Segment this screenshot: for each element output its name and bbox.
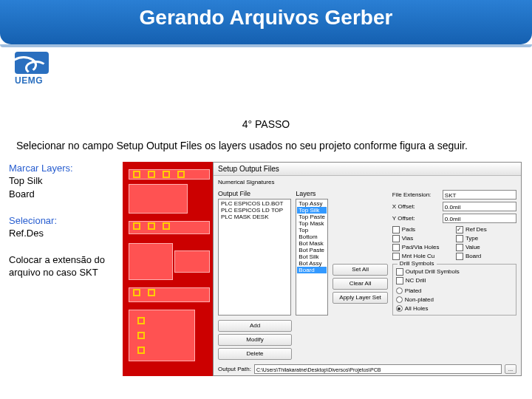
dialog-subtitle: Numerical Signatures xyxy=(214,176,521,185)
uemg-logo-icon xyxy=(15,52,49,74)
checkbox-pads[interactable]: Pads xyxy=(392,225,453,234)
slide-title: Gerando Arquivos Gerber xyxy=(0,0,532,35)
checkbox-value[interactable]: Value xyxy=(456,243,516,252)
uemg-logo-text: UEMG xyxy=(15,75,61,86)
output-file-listbox[interactable]: PLC ESPICOS LD.BOTPLC ESPICOS LD TOPPLC … xyxy=(218,199,291,316)
checkbox-board[interactable]: Board xyxy=(456,252,516,261)
layer-item[interactable]: Board xyxy=(297,267,327,273)
uemg-logo: UEMG xyxy=(15,52,61,86)
dialog-title: Setup Output Files xyxy=(214,163,521,176)
layer-item[interactable]: Bottom xyxy=(297,233,327,240)
output-path-input[interactable]: C:\Users\Thilakaratne\Desktop\Diversos\P… xyxy=(254,364,502,374)
layer-item[interactable]: Bot Silk xyxy=(297,253,327,260)
marcar-item: Board xyxy=(9,188,123,201)
embedded-screenshot: Setup Output Files Numerical Signatures … xyxy=(123,162,522,376)
checkbox-pad-via-holes[interactable]: Pad/Via Holes xyxy=(392,243,453,252)
step-description: Selecionar no campo Setup Output Files o… xyxy=(16,139,516,153)
apply-layer-set-button[interactable]: Apply Layer Set xyxy=(332,292,388,304)
layers-listbox[interactable]: Top AssyTop SilkTop PasteTop MaskTopBott… xyxy=(296,199,328,316)
checkbox-vias[interactable]: Vias xyxy=(392,234,453,243)
x-offset-label: X Offset: xyxy=(392,203,440,210)
layer-item[interactable]: Bot Paste xyxy=(297,247,327,253)
layer-item[interactable]: Top Assy xyxy=(297,200,327,207)
setup-output-files-dialog: Setup Output Files Numerical Signatures … xyxy=(213,162,522,376)
file-ext-label: File Extension: xyxy=(392,191,440,198)
checkbox-nc-drill[interactable]: NC Drill xyxy=(396,276,513,285)
radio-non-plated[interactable]: Non-plated xyxy=(396,296,513,304)
checkbox-ref-des[interactable]: ✓Ref Des xyxy=(456,225,516,234)
clear-all-button[interactable]: Clear All xyxy=(332,278,388,290)
layers-label: Layers xyxy=(296,190,328,197)
instructions-sidebar: Marcar Layers: Top Silk Board Selecionar… xyxy=(9,162,123,376)
output-file-item[interactable]: PLC MASK DESK xyxy=(219,214,290,220)
selecionar-item: Ref.Des xyxy=(9,227,123,240)
y-offset-label: Y Offset: xyxy=(392,215,440,222)
browse-button[interactable]: ... xyxy=(505,364,516,374)
slide-header: Gerando Arquivos Gerber xyxy=(0,0,532,44)
output-file-item[interactable]: PLC ESPICOS LD.BOT xyxy=(219,200,290,207)
file-ext-input[interactable]: SKT xyxy=(443,190,516,200)
output-file-item[interactable]: PLC ESPICOS LD TOP xyxy=(219,207,290,214)
layer-item[interactable]: Top Paste xyxy=(297,214,327,220)
marcar-item: Top Silk xyxy=(9,174,123,188)
radio-all-holes[interactable]: All Holes xyxy=(396,304,513,313)
y-offset-input[interactable]: 0.0mil xyxy=(443,214,516,223)
layer-item[interactable]: Bot Mask xyxy=(297,240,327,247)
delete-button[interactable]: Delete xyxy=(218,348,292,360)
set-all-button[interactable]: Set All xyxy=(332,264,388,276)
extensao-note: Colocar a extensão do arquivo no caso SK… xyxy=(9,253,123,279)
checkbox-type[interactable]: Type xyxy=(456,234,516,243)
layer-item[interactable]: Bot Assy xyxy=(297,260,327,267)
layer-item[interactable]: Top Silk xyxy=(297,207,327,214)
marcar-heading: Marcar Layers: xyxy=(9,162,123,175)
output-file-label: Output File xyxy=(218,190,291,197)
add-button[interactable]: Add xyxy=(218,320,292,332)
layer-item[interactable]: Top xyxy=(297,227,327,233)
radio-plated[interactable]: Plated xyxy=(396,287,513,296)
x-offset-input[interactable]: 0.0mil xyxy=(443,202,516,211)
selecionar-heading: Selecionar: xyxy=(9,214,123,228)
modify-button[interactable]: Modify xyxy=(218,334,292,346)
output-path-label: Output Path: xyxy=(218,366,251,372)
step-label: 4° PASSO xyxy=(0,118,532,130)
drill-group-label: Drill Symbols xyxy=(398,260,437,267)
checkbox-output-drill-symbols[interactable]: Output Drill Symbols xyxy=(396,267,513,276)
layer-item[interactable]: Top Mask xyxy=(297,220,327,227)
